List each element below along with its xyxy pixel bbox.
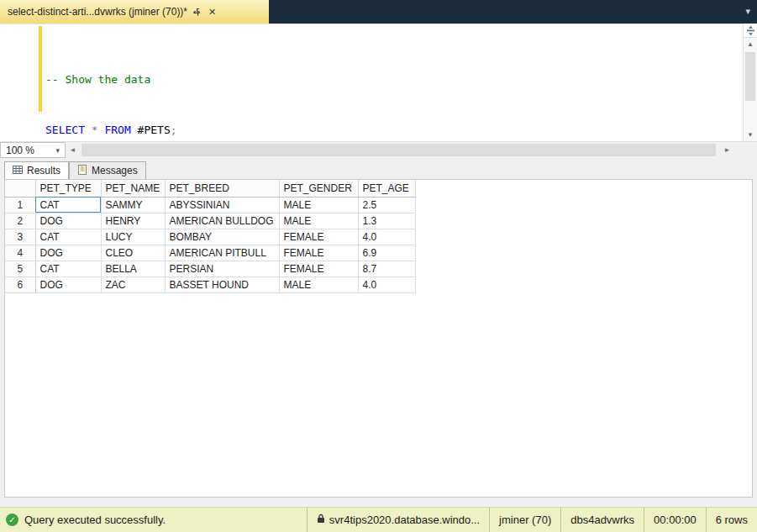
row-number[interactable]: 4 xyxy=(5,245,35,261)
keyword-token: FROM xyxy=(104,124,137,136)
table-row: 5CATBELLAPERSIANFEMALE8.7 xyxy=(5,261,415,277)
results-tab-strip: Results Messages xyxy=(4,161,146,180)
grid-cell[interactable]: 6.9 xyxy=(358,245,415,261)
grid-cell[interactable]: 8.7 xyxy=(358,261,415,277)
pin-icon[interactable] xyxy=(193,8,202,17)
grid-cell[interactable]: LUCY xyxy=(101,229,165,245)
grid-cell[interactable]: AMERICAN PITBULL xyxy=(165,245,279,261)
table-row: 6DOGZACBASSET HOUNDMALE4.0 xyxy=(5,277,415,292)
splitter-grip-icon[interactable] xyxy=(744,24,757,38)
zoom-chevron-icon: ▾ xyxy=(55,146,60,155)
status-bar: ✓ Query executed successfully. svr4tips2… xyxy=(0,507,757,532)
status-database: dbs4advwrks xyxy=(560,508,644,532)
tab-messages[interactable]: Messages xyxy=(69,161,146,180)
table-row: 3CATLUCYBOMBAYFEMALE4.0 xyxy=(5,229,415,245)
results-grid-icon xyxy=(13,165,23,177)
grid-cell[interactable]: BOMBAY xyxy=(165,229,279,245)
grid-cell[interactable]: ABYSSINIAN xyxy=(165,197,279,213)
grid-cell[interactable]: CAT xyxy=(35,229,101,245)
document-tab-label: select-distinct-arti...dvwrks (jminer (7… xyxy=(8,6,187,18)
grid-cell[interactable]: FEMALE xyxy=(279,229,358,245)
status-bar-segments: svr4tips2020.database.windo... jminer (7… xyxy=(307,508,757,532)
scroll-left-icon[interactable]: ◄ xyxy=(66,142,80,158)
zoom-dropdown[interactable]: 100 % ▾ xyxy=(0,142,66,158)
row-number[interactable]: 6 xyxy=(5,277,35,292)
grid-cell[interactable]: MALE xyxy=(279,277,358,292)
table-row: 2DOGHENRYAMERICAN BULLDOGMALE1.3 xyxy=(5,213,415,229)
grid-cell[interactable]: MALE xyxy=(279,213,358,229)
identifier-token: #PETS xyxy=(138,124,171,136)
results-grid-body: 1CATSAMMYABYSSINIANMALE2.52DOGHENRYAMERI… xyxy=(5,197,415,292)
column-header[interactable]: PET_AGE xyxy=(358,180,415,197)
status-rowcount: 6 rows xyxy=(706,508,757,532)
row-number[interactable]: 3 xyxy=(5,229,35,245)
editor-pane[interactable]: -- Show the data SELECT * FROM #PETS; GO xyxy=(0,24,743,141)
row-number[interactable]: 1 xyxy=(5,197,35,213)
results-grid-pane: PET_TYPEPET_NAMEPET_BREEDPET_GENDERPET_A… xyxy=(4,179,753,498)
grid-cell[interactable]: BELLA xyxy=(101,261,165,277)
chevron-down-icon[interactable]: ▾ xyxy=(745,6,750,17)
scrollbar-thumb[interactable] xyxy=(81,144,716,156)
document-tab[interactable]: select-distinct-arti...dvwrks (jminer (7… xyxy=(0,0,269,24)
grid-cell[interactable]: DOG xyxy=(35,245,101,261)
tab-results-label: Results xyxy=(27,165,60,176)
grid-cell[interactable]: MALE xyxy=(279,197,358,213)
close-icon[interactable]: ✕ xyxy=(208,8,216,17)
horizontal-scrollbar[interactable] xyxy=(80,142,720,158)
grid-cell[interactable]: FEMALE xyxy=(279,245,358,261)
zoom-value: 100 % xyxy=(6,145,34,156)
grid-cell[interactable]: DOG xyxy=(35,213,101,229)
change-tracking-bar xyxy=(39,26,42,112)
tab-messages-label: Messages xyxy=(92,165,138,176)
grid-cell[interactable]: CAT xyxy=(35,197,101,213)
column-header[interactable]: PET_NAME xyxy=(101,180,165,197)
success-check-icon: ✓ xyxy=(6,514,18,526)
status-server: svr4tips2020.database.windo... xyxy=(307,508,489,532)
grid-cell[interactable]: CAT xyxy=(35,261,101,277)
tab-results[interactable]: Results xyxy=(4,161,69,180)
code-line: -- Show the data xyxy=(45,71,177,88)
scroll-right-icon[interactable]: ► xyxy=(720,142,734,158)
column-header[interactable]: PET_GENDER xyxy=(279,180,358,197)
row-number[interactable]: 2 xyxy=(5,213,35,229)
table-row: 4DOGCLEOAMERICAN PITBULLFEMALE6.9 xyxy=(5,245,415,261)
column-header[interactable]: PET_TYPE xyxy=(35,180,101,197)
scroll-down-icon[interactable]: ▼ xyxy=(744,129,757,141)
vertical-scrollbar-track[interactable] xyxy=(744,50,757,129)
keyword-token: SELECT xyxy=(45,124,92,136)
messages-icon xyxy=(77,165,87,177)
scroll-up-icon[interactable]: ▲ xyxy=(744,38,757,50)
editor-bottom-bar: 100 % ▾ ◄ ► xyxy=(0,141,757,158)
grid-cell[interactable]: 4.0 xyxy=(358,277,415,292)
column-header[interactable]: PET_BREED xyxy=(165,180,279,197)
comment-token: -- Show the data xyxy=(45,73,150,86)
grid-corner[interactable] xyxy=(5,180,35,197)
grid-cell[interactable]: 4.0 xyxy=(358,229,415,245)
status-message: Query executed successfully. xyxy=(24,514,166,526)
grid-cell[interactable]: HENRY xyxy=(101,213,165,229)
grid-cell[interactable]: FEMALE xyxy=(279,261,358,277)
operator-token: ; xyxy=(171,124,177,136)
scrollbar-corner xyxy=(734,142,757,158)
grid-cell[interactable]: 2.5 xyxy=(358,197,415,213)
titlebar: select-distinct-arti...dvwrks (jminer (7… xyxy=(0,0,757,24)
status-time: 00:00:00 xyxy=(644,508,706,532)
grid-cell[interactable]: ZAC xyxy=(101,277,165,292)
row-number[interactable]: 5 xyxy=(5,261,35,277)
status-server-label: svr4tips2020.database.windo... xyxy=(329,514,480,526)
results-grid: PET_TYPEPET_NAMEPET_BREEDPET_GENDERPET_A… xyxy=(5,180,416,293)
grid-cell[interactable]: SAMMY xyxy=(101,197,165,213)
scrollbar-thumb[interactable] xyxy=(745,52,755,101)
results-pane: Results Messages PET_TYPEPET_NAMEPET_BRE… xyxy=(0,158,757,507)
grid-cell[interactable]: DOG xyxy=(35,277,101,292)
lock-icon xyxy=(317,514,325,526)
grid-cell[interactable]: AMERICAN BULLDOG xyxy=(165,213,279,229)
grid-cell[interactable]: PERSIAN xyxy=(165,261,279,277)
vertical-scrollbar[interactable]: ▲ ▼ xyxy=(743,24,757,141)
table-row: 1CATSAMMYABYSSINIANMALE2.5 xyxy=(5,197,415,213)
grid-cell[interactable]: CLEO xyxy=(101,245,165,261)
grid-cell[interactable]: BASSET HOUND xyxy=(165,277,279,292)
status-user: jminer (70) xyxy=(489,508,560,532)
operator-token: * xyxy=(92,124,105,136)
grid-cell[interactable]: 1.3 xyxy=(358,213,415,229)
